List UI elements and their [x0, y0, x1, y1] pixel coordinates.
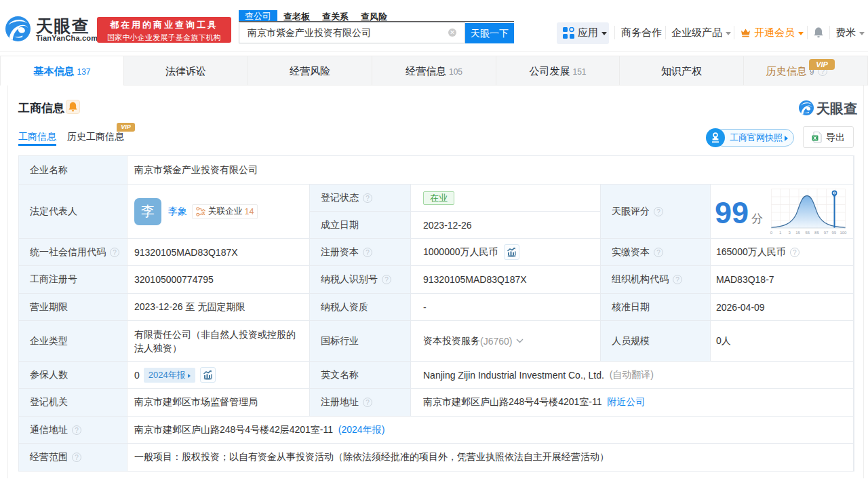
- svg-text:97: 97: [824, 231, 829, 235]
- svg-text:100: 100: [840, 231, 847, 235]
- svg-text:1: 1: [779, 231, 782, 235]
- svg-text:85: 85: [814, 231, 819, 235]
- svg-text:55: 55: [805, 231, 810, 235]
- svg-text:3: 3: [789, 231, 791, 235]
- svg-text:15: 15: [795, 231, 800, 235]
- svg-text:99: 99: [831, 231, 836, 235]
- svg-text:0: 0: [770, 231, 773, 235]
